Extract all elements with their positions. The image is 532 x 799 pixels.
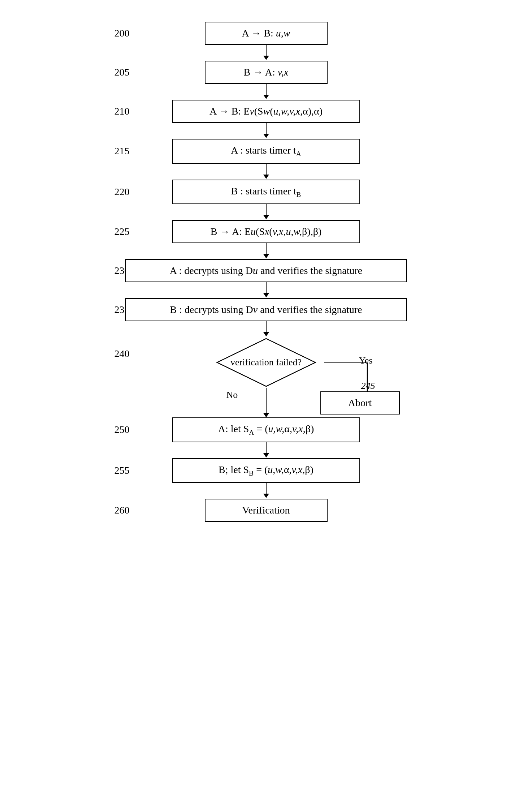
arrow-230-235 (104, 282, 429, 298)
box-215: A : starts timer tA (172, 139, 360, 164)
node-230-row: 230 A : decrypts using Du and verifies t… (104, 259, 429, 282)
node-205-row: 205 B → A: v,x (104, 61, 429, 84)
box-255: B; let SB = (u,w,α,v,x,β) (172, 458, 360, 483)
box-260: Verification (205, 499, 328, 522)
box-235: B : decrypts using Dv and verifies the s… (125, 298, 407, 321)
label-215: 215 (114, 145, 130, 157)
node-215-row: 215 A : starts timer tA (104, 139, 429, 164)
box-200: A → B: u,w (205, 22, 328, 45)
arrow-240-250-head (263, 413, 269, 417)
abort-box: Abort (320, 391, 400, 414)
diamond-text-240: verification failed? (230, 357, 302, 368)
arrow-225-230 (104, 243, 429, 259)
label-200: 200 (114, 27, 130, 39)
arrow-205-210 (104, 84, 429, 100)
no-label: No (226, 390, 238, 400)
arrow-200-205 (104, 45, 429, 61)
flowchart: 200 A → B: u,w 205 B → A: v,x 210 A → B:… (104, 14, 429, 522)
node-235-row: 235 B : decrypts using Dv and verifies t… (104, 298, 429, 321)
node-220-row: 220 B : starts timer tB (104, 180, 429, 205)
box-205: B → A: v,x (205, 61, 328, 84)
label-250: 250 (114, 424, 130, 435)
arrow-220-225 (104, 204, 429, 220)
box-225: B → A: Eu(Sx(v,x,u,w,β),β) (172, 220, 360, 243)
arrow-210-215 (104, 123, 429, 139)
diamond-240: verification failed? (216, 337, 317, 388)
node-250-row: 250 A: let SA = (u,w,α,v,x,β) (104, 417, 429, 442)
arrow-240-250-line (266, 388, 267, 413)
arrow-250-255 (104, 442, 429, 458)
label-240: 240 (114, 348, 130, 360)
node-225-row: 225 B → A: Eu(Sx(v,x,u,w,β),β) (104, 220, 429, 243)
box-210: A → B: Ev(Sw(u,w,v,x,α),α) (172, 100, 360, 123)
box-220: B : starts timer tB (172, 180, 360, 205)
arrow-215-220 (104, 164, 429, 180)
arrow-235-240 (104, 321, 429, 337)
label-255: 255 (114, 465, 130, 476)
label-225: 225 (114, 226, 130, 237)
node-200-row: 200 A → B: u,w (104, 22, 429, 45)
label-205: 205 (114, 66, 130, 78)
label-260: 260 (114, 504, 130, 516)
verification-text: Verification (242, 504, 290, 516)
arrow-255-260 (104, 483, 429, 499)
label-220: 220 (114, 186, 130, 198)
diamond-section: 240 verification failed? Yes 245 Abort N… (104, 337, 429, 417)
box-230: A : decrypts using Du and verifies the s… (125, 259, 407, 282)
label-210: 210 (114, 106, 130, 117)
node-210-row: 210 A → B: Ev(Sw(u,w,v,x,α),α) (104, 100, 429, 123)
box-250: A: let SA = (u,w,α,v,x,β) (172, 417, 360, 442)
abort-text: Abort (348, 397, 372, 408)
node-255-row: 255 B; let SB = (u,w,α,v,x,β) (104, 458, 429, 483)
node-260-row: 260 Verification (104, 499, 429, 522)
label-245: 245 (361, 381, 375, 391)
